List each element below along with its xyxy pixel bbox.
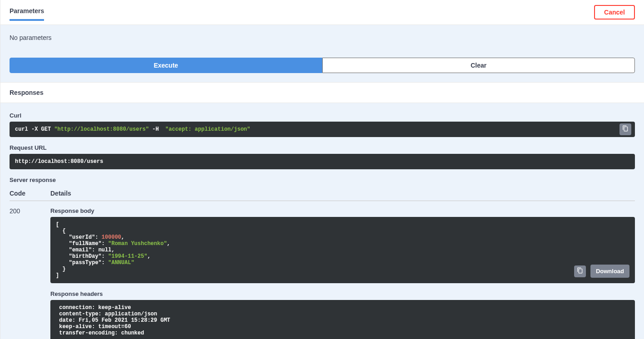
details-column-header: Details (50, 190, 635, 197)
parameters-body: No parameters Execute Clear (0, 25, 644, 82)
status-code: 200 (10, 207, 50, 215)
cancel-button[interactable]: Cancel (594, 5, 635, 20)
parameters-tab[interactable]: Parameters (10, 4, 44, 21)
execute-button[interactable]: Execute (10, 58, 322, 73)
response-body-section: [ { "userId": 100000, "fullName": "Roman… (50, 217, 635, 283)
server-response-label: Server response (10, 177, 635, 183)
copy-curl-button[interactable] (619, 123, 631, 135)
responses-body: Curl curl -X GET "http://localhost:8080/… (0, 103, 644, 339)
response-body-label: Response body (50, 207, 635, 214)
responses-header: Responses (0, 82, 644, 103)
parameters-header: Parameters Cancel (0, 0, 644, 25)
request-url-label: Request URL (10, 144, 635, 151)
code-column-header: Code (10, 190, 50, 197)
response-body: [ { "userId": 100000, "fullName": "Roman… (50, 217, 635, 283)
response-headers: connection: keep-alive content-type: app… (50, 300, 635, 339)
request-url: http://localhost:8080/users (10, 154, 635, 169)
response-columns: Code Details (10, 186, 635, 201)
copy-response-button[interactable] (574, 265, 586, 277)
response-headers-label: Response headers (50, 290, 635, 297)
curl-command: curl -X GET "http://localhost:8080/users… (10, 122, 635, 137)
action-buttons: Execute Clear (10, 58, 635, 73)
clipboard-icon (622, 125, 629, 133)
download-button[interactable]: Download (590, 265, 629, 278)
response-details: Response body [ { "userId": 100000, "ful… (50, 207, 635, 339)
operation-panel: Parameters Cancel No parameters Execute … (0, 0, 644, 339)
curl-label: Curl (10, 112, 635, 119)
no-parameters-text: No parameters (10, 34, 635, 58)
clipboard-icon (577, 267, 583, 275)
clear-button[interactable]: Clear (322, 58, 635, 73)
response-body-actions: Download (574, 265, 629, 278)
response-row: 200 Response body [ { "userId": 100000, … (10, 207, 635, 339)
